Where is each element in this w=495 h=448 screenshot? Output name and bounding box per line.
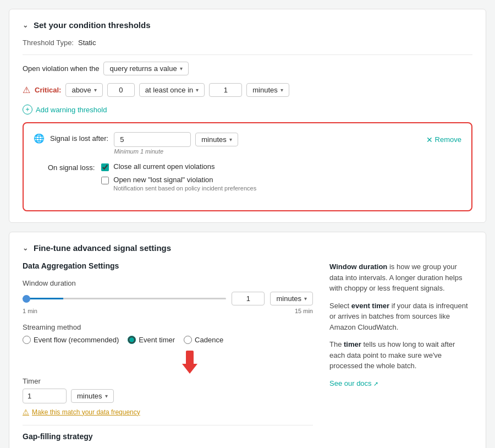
chevron-down-icon: ▾ xyxy=(94,87,97,93)
critical-row: ⚠ Critical: above ▾ at least once in ▾ m… xyxy=(23,83,472,97)
window-duration-label: Window duration xyxy=(23,279,313,287)
arrow-annotation xyxy=(67,351,313,374)
open-lost-signal-checkbox[interactable] xyxy=(101,177,109,184)
see-docs-link[interactable]: See our docs ➚ xyxy=(329,379,378,387)
right-panel-para2: Select event timer if your data is infre… xyxy=(329,301,472,333)
signal-lost-row: 🌐 Signal is lost after: minutes ▾ ✕ Remo… xyxy=(34,132,461,155)
signal-lost-after-input[interactable] xyxy=(114,132,191,147)
open-lost-signal-content: Open new "lost signal" violation Notific… xyxy=(113,176,256,192)
window-duration-slider[interactable] xyxy=(23,298,226,299)
threshold-type-value: Static xyxy=(78,39,96,47)
close-icon: ✕ xyxy=(426,135,433,144)
right-panel-para3-prefix: The xyxy=(329,340,344,348)
timer-bold: timer xyxy=(344,340,361,348)
match-frequency-link[interactable]: ⚠ Make this match your data frequency xyxy=(23,408,313,416)
timer-value-input[interactable] xyxy=(23,389,67,403)
above-dropdown[interactable]: above ▾ xyxy=(65,83,102,97)
cadence-label: Cadence xyxy=(195,336,223,344)
plus-icon: + xyxy=(23,105,32,114)
signal-lost-right: minutes ▾ ✕ Remove Minimum 1 minute xyxy=(114,132,461,155)
open-violation-row: Open violation when the query returns a … xyxy=(23,62,472,75)
section2-header: ⌄ Fine-tune advanced signal settings xyxy=(23,243,472,253)
chevron-down-icon: ▾ xyxy=(105,393,108,399)
open-violation-label: Open violation when the xyxy=(23,64,99,73)
minutes-value-input[interactable] xyxy=(209,83,242,97)
window-minutes-dropdown[interactable]: minutes ▾ xyxy=(270,292,313,305)
on-signal-loss-row: On signal loss: Close all current open v… xyxy=(48,162,461,196)
timer-minutes-dropdown[interactable]: minutes ▾ xyxy=(71,389,114,403)
event-timer-bold: event timer xyxy=(351,302,389,310)
open-lost-signal-label: Open new "lost signal" violation xyxy=(113,176,256,184)
streaming-method-label: Streaming method xyxy=(23,323,313,331)
open-lost-signal-row: Open new "lost signal" violation Notific… xyxy=(101,176,256,192)
minimum-hint: Minimum 1 minute xyxy=(114,148,461,155)
chevron-down-icon: ▾ xyxy=(280,87,283,93)
event-timer-radio[interactable] xyxy=(128,336,136,344)
threshold-type-label: Threshold Type: xyxy=(23,39,74,47)
signal-lost-label: Signal is lost after: xyxy=(50,134,108,143)
chevron-down-icon: ▾ xyxy=(229,136,232,143)
signal-remove-button[interactable]: ✕ Remove xyxy=(426,135,461,144)
signal-lost-inputs: minutes ▾ ✕ Remove xyxy=(114,132,461,147)
fine-tune-body: Data Aggregation Settings Window duratio… xyxy=(23,261,472,448)
threshold-type-row: Threshold Type: Static xyxy=(23,39,472,47)
section1-title: Set your condition thresholds xyxy=(34,20,151,30)
timer-label: Timer xyxy=(23,377,313,385)
on-signal-loss-options: Close all current open violations Open n… xyxy=(101,162,256,196)
at-least-once-dropdown[interactable]: at least once in ▾ xyxy=(139,83,205,97)
slider-range-labels: 1 min 15 min xyxy=(23,308,313,314)
section1-header: ⌄ Set your condition thresholds xyxy=(23,20,472,30)
on-signal-loss-section: On signal loss: Close all current open v… xyxy=(48,162,461,196)
event-flow-label: Event flow (recommended) xyxy=(34,336,119,344)
chevron-down-icon: ⌄ xyxy=(23,244,28,252)
chevron-down-icon: ▾ xyxy=(180,65,183,72)
close-violations-checkbox[interactable] xyxy=(101,163,109,171)
event-flow-option[interactable]: Event flow (recommended) xyxy=(23,336,119,344)
on-signal-loss-label: On signal loss: xyxy=(48,163,95,172)
slider-min-label: 1 min xyxy=(23,308,37,314)
globe-icon: 🌐 xyxy=(34,133,45,144)
window-duration-bold: Window duration xyxy=(329,263,387,271)
chevron-down-icon: ▾ xyxy=(196,87,199,93)
divider xyxy=(23,54,472,55)
gap-filling-title: Gap-filling strategy xyxy=(23,432,313,441)
signal-minutes-dropdown[interactable]: minutes ▾ xyxy=(195,133,238,146)
right-panel-para3: The timer tells us how long to wait afte… xyxy=(329,339,472,371)
event-timer-label: Event timer xyxy=(139,336,175,344)
event-timer-option[interactable]: Event timer xyxy=(128,336,175,344)
critical-label: Critical: xyxy=(35,86,61,94)
streaming-method-radio-group: Event flow (recommended) Event timer Cad… xyxy=(23,336,313,344)
chevron-down-icon: ⌄ xyxy=(23,21,28,29)
threshold-value-input[interactable] xyxy=(107,83,135,97)
slider-max-label: 15 min xyxy=(295,308,313,314)
right-panel-para2-prefix: Select xyxy=(329,302,351,310)
section2-title: Fine-tune advanced signal settings xyxy=(34,243,171,253)
fine-tune-card: ⌄ Fine-tune advanced signal settings Dat… xyxy=(9,232,486,448)
external-link-icon: ➚ xyxy=(373,380,378,387)
fine-tune-right-panel: Window duration is how we group your dat… xyxy=(329,261,472,448)
warning-icon: ⚠ xyxy=(23,408,29,416)
notification-hint: Notification sent based on policy incide… xyxy=(113,185,256,192)
right-panel-para1: Window duration is how we group your dat… xyxy=(329,261,472,294)
event-flow-radio[interactable] xyxy=(23,336,31,344)
close-violations-row: Close all current open violations xyxy=(101,162,256,171)
timer-row: minutes ▾ xyxy=(23,389,313,403)
minutes-dropdown[interactable]: minutes ▾ xyxy=(246,83,289,97)
fine-tune-left: Data Aggregation Settings Window duratio… xyxy=(23,261,313,448)
gap-filling-divider xyxy=(23,425,313,425)
window-duration-input[interactable] xyxy=(232,292,265,305)
cadence-radio[interactable] xyxy=(184,336,192,344)
chevron-down-icon: ▾ xyxy=(304,296,307,302)
cadence-option[interactable]: Cadence xyxy=(184,336,223,344)
condition-thresholds-card: ⌄ Set your condition thresholds Threshol… xyxy=(9,9,486,223)
query-returns-dropdown[interactable]: query returns a value ▾ xyxy=(103,62,188,75)
slider-row: minutes ▾ xyxy=(23,292,313,305)
critical-icon: ⚠ xyxy=(23,85,30,95)
data-aggregation-title: Data Aggregation Settings xyxy=(23,261,313,270)
add-warning-section: + Add warning threshold xyxy=(23,105,472,114)
close-violations-label: Close all current open violations xyxy=(113,162,215,171)
add-warning-threshold-button[interactable]: + Add warning threshold xyxy=(23,105,107,114)
signal-loss-box: 🌐 Signal is lost after: minutes ▾ ✕ Remo… xyxy=(23,122,472,211)
